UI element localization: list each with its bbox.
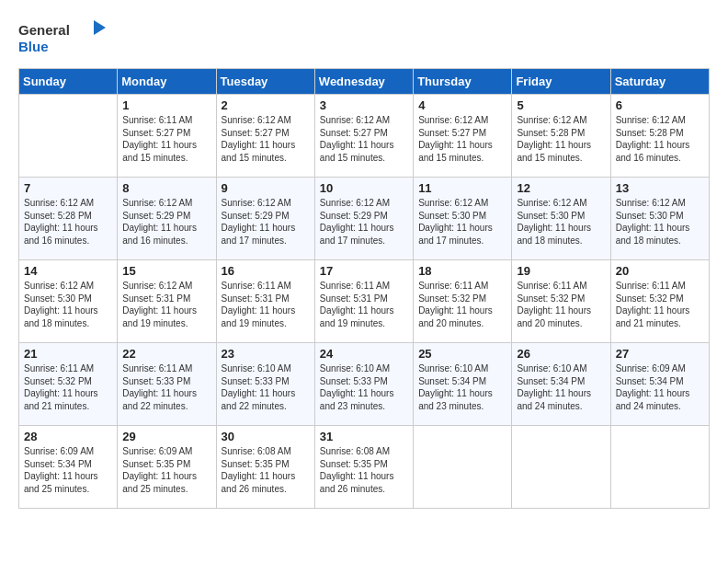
day-info: Sunrise: 6:12 AMSunset: 5:27 PMDaylight:… (320, 114, 408, 164)
day-number: 30 (222, 430, 310, 443)
day-cell: 23Sunrise: 6:10 AMSunset: 5:33 PMDayligh… (216, 343, 314, 426)
day-number: 18 (418, 264, 506, 278)
day-cell: 4Sunrise: 6:12 AMSunset: 5:27 PMDaylight… (414, 95, 512, 178)
calendar-table: SundayMondayTuesdayWednesdayThursdayFrid… (18, 68, 710, 509)
day-cell: 2Sunrise: 6:12 AMSunset: 5:27 PMDaylight… (216, 95, 314, 178)
logo: General Blue (18, 18, 110, 59)
day-cell: 16Sunrise: 6:11 AMSunset: 5:31 PMDayligh… (216, 260, 314, 343)
day-number: 26 (517, 347, 605, 361)
day-info: Sunrise: 6:12 AMSunset: 5:29 PMDaylight:… (222, 197, 310, 247)
weekday-header-wednesday: Wednesday (314, 69, 413, 95)
day-info: Sunrise: 6:10 AMSunset: 5:33 PMDaylight:… (320, 362, 408, 412)
day-info: Sunrise: 6:10 AMSunset: 5:34 PMDaylight:… (418, 362, 506, 412)
day-cell: 12Sunrise: 6:12 AMSunset: 5:30 PMDayligh… (512, 178, 610, 260)
day-cell: 7Sunrise: 6:12 AMSunset: 5:28 PMDaylight… (19, 178, 118, 260)
day-number: 21 (24, 347, 112, 361)
day-cell: 30Sunrise: 6:08 AMSunset: 5:35 PMDayligh… (216, 426, 314, 509)
day-number: 1 (122, 98, 210, 112)
weekday-header-tuesday: Tuesday (216, 69, 314, 95)
day-info: Sunrise: 6:12 AMSunset: 5:30 PMDaylight:… (616, 197, 704, 247)
day-info: Sunrise: 6:11 AMSunset: 5:32 PMDaylight:… (24, 362, 112, 412)
day-number: 29 (122, 430, 210, 443)
day-cell: 21Sunrise: 6:11 AMSunset: 5:32 PMDayligh… (19, 343, 118, 426)
day-info: Sunrise: 6:12 AMSunset: 5:27 PMDaylight:… (222, 114, 310, 164)
day-cell: 31Sunrise: 6:08 AMSunset: 5:35 PMDayligh… (314, 426, 413, 509)
day-cell (512, 426, 610, 509)
day-cell: 28Sunrise: 6:09 AMSunset: 5:34 PMDayligh… (19, 426, 118, 509)
day-info: Sunrise: 6:12 AMSunset: 5:30 PMDaylight:… (418, 197, 506, 247)
day-number: 8 (122, 181, 210, 195)
day-cell: 29Sunrise: 6:09 AMSunset: 5:35 PMDayligh… (118, 426, 216, 509)
day-info: Sunrise: 6:12 AMSunset: 5:29 PMDaylight:… (320, 197, 408, 247)
day-number: 25 (418, 347, 506, 361)
day-info: Sunrise: 6:10 AMSunset: 5:34 PMDaylight:… (517, 362, 605, 412)
day-number: 14 (24, 264, 112, 278)
day-info: Sunrise: 6:10 AMSunset: 5:33 PMDaylight:… (222, 362, 310, 412)
day-info: Sunrise: 6:11 AMSunset: 5:27 PMDaylight:… (122, 114, 210, 164)
day-number: 24 (320, 347, 408, 361)
day-info: Sunrise: 6:12 AMSunset: 5:31 PMDaylight:… (122, 280, 210, 329)
day-cell: 3Sunrise: 6:12 AMSunset: 5:27 PMDaylight… (314, 95, 413, 178)
day-number: 16 (222, 264, 310, 278)
day-info: Sunrise: 6:08 AMSunset: 5:35 PMDaylight:… (320, 445, 408, 495)
day-number: 23 (222, 347, 310, 361)
day-number: 9 (222, 181, 310, 195)
day-cell: 5Sunrise: 6:12 AMSunset: 5:28 PMDaylight… (512, 95, 610, 178)
page-header: General Blue (18, 18, 710, 59)
day-info: Sunrise: 6:12 AMSunset: 5:27 PMDaylight:… (418, 114, 506, 164)
svg-text:General: General (18, 22, 70, 38)
day-number: 27 (616, 347, 704, 361)
day-cell: 10Sunrise: 6:12 AMSunset: 5:29 PMDayligh… (314, 178, 413, 260)
day-info: Sunrise: 6:12 AMSunset: 5:28 PMDaylight:… (24, 197, 112, 247)
day-cell: 17Sunrise: 6:11 AMSunset: 5:31 PMDayligh… (314, 260, 413, 343)
week-row-5: 28Sunrise: 6:09 AMSunset: 5:34 PMDayligh… (19, 426, 710, 509)
week-row-2: 7Sunrise: 6:12 AMSunset: 5:28 PMDaylight… (19, 178, 710, 260)
day-cell: 27Sunrise: 6:09 AMSunset: 5:34 PMDayligh… (610, 343, 709, 426)
week-row-3: 14Sunrise: 6:12 AMSunset: 5:30 PMDayligh… (19, 260, 710, 343)
day-number: 12 (517, 181, 605, 195)
day-number: 6 (616, 98, 704, 112)
day-info: Sunrise: 6:11 AMSunset: 5:32 PMDaylight:… (517, 280, 605, 329)
day-cell: 15Sunrise: 6:12 AMSunset: 5:31 PMDayligh… (118, 260, 216, 343)
day-cell: 14Sunrise: 6:12 AMSunset: 5:30 PMDayligh… (19, 260, 118, 343)
day-number: 11 (418, 181, 506, 195)
day-cell: 18Sunrise: 6:11 AMSunset: 5:32 PMDayligh… (414, 260, 512, 343)
day-number: 5 (517, 98, 605, 112)
day-number: 17 (320, 264, 408, 278)
day-info: Sunrise: 6:09 AMSunset: 5:35 PMDaylight:… (122, 445, 210, 495)
day-info: Sunrise: 6:09 AMSunset: 5:34 PMDaylight:… (616, 362, 704, 412)
day-cell: 1Sunrise: 6:11 AMSunset: 5:27 PMDaylight… (118, 95, 216, 178)
day-info: Sunrise: 6:12 AMSunset: 5:30 PMDaylight:… (517, 197, 605, 247)
weekday-header-thursday: Thursday (414, 69, 512, 95)
svg-marker-1 (94, 20, 106, 35)
day-info: Sunrise: 6:08 AMSunset: 5:35 PMDaylight:… (222, 445, 310, 495)
weekday-header-sunday: Sunday (19, 69, 118, 95)
day-number: 28 (24, 430, 112, 443)
day-cell: 11Sunrise: 6:12 AMSunset: 5:30 PMDayligh… (414, 178, 512, 260)
day-cell: 20Sunrise: 6:11 AMSunset: 5:32 PMDayligh… (610, 260, 709, 343)
day-cell: 25Sunrise: 6:10 AMSunset: 5:34 PMDayligh… (414, 343, 512, 426)
weekday-header-saturday: Saturday (610, 69, 709, 95)
day-cell: 8Sunrise: 6:12 AMSunset: 5:29 PMDaylight… (118, 178, 216, 260)
day-number: 13 (616, 181, 704, 195)
day-number: 19 (517, 264, 605, 278)
day-number: 20 (616, 264, 704, 278)
day-info: Sunrise: 6:12 AMSunset: 5:28 PMDaylight:… (517, 114, 605, 164)
day-info: Sunrise: 6:09 AMSunset: 5:34 PMDaylight:… (24, 445, 112, 495)
day-number: 4 (418, 98, 506, 112)
day-number: 31 (320, 430, 408, 443)
day-cell: 6Sunrise: 6:12 AMSunset: 5:28 PMDaylight… (610, 95, 709, 178)
day-number: 2 (222, 98, 310, 112)
day-info: Sunrise: 6:11 AMSunset: 5:32 PMDaylight:… (418, 280, 506, 329)
weekday-header-monday: Monday (118, 69, 216, 95)
weekday-header-friday: Friday (512, 69, 610, 95)
day-cell: 24Sunrise: 6:10 AMSunset: 5:33 PMDayligh… (314, 343, 413, 426)
day-cell: 19Sunrise: 6:11 AMSunset: 5:32 PMDayligh… (512, 260, 610, 343)
week-row-4: 21Sunrise: 6:11 AMSunset: 5:32 PMDayligh… (19, 343, 710, 426)
day-number: 22 (122, 347, 210, 361)
day-info: Sunrise: 6:12 AMSunset: 5:29 PMDaylight:… (122, 197, 210, 247)
day-info: Sunrise: 6:11 AMSunset: 5:31 PMDaylight:… (320, 280, 408, 329)
day-cell (19, 95, 118, 178)
weekday-header-row: SundayMondayTuesdayWednesdayThursdayFrid… (19, 69, 710, 95)
day-cell (414, 426, 512, 509)
